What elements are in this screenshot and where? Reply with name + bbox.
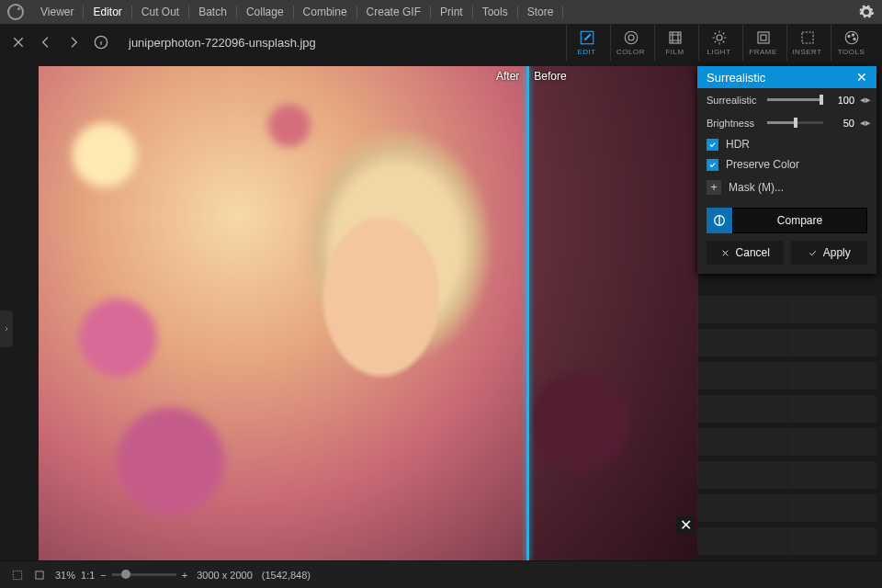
- zoom-percent: 31%: [55, 570, 75, 581]
- panel-title: Surrealistic: [707, 71, 765, 85]
- compare-button[interactable]: Compare: [732, 208, 867, 233]
- check-icon: [708, 161, 717, 169]
- menu-tools[interactable]: Tools: [473, 6, 518, 18]
- before-label: Before: [534, 70, 566, 83]
- filename-label: juniperphoton-722096-unsplash.jpg: [129, 36, 316, 50]
- x-icon: [720, 248, 730, 258]
- svg-rect-6: [758, 32, 769, 43]
- check-icon: [708, 141, 717, 149]
- close-icon[interactable]: [11, 35, 26, 50]
- svg-point-10: [847, 35, 849, 37]
- close-compare-icon[interactable]: ✕: [676, 516, 695, 535]
- checkbox-preserve-color-box[interactable]: [707, 159, 718, 171]
- chevron-right-icon: [3, 325, 10, 333]
- zoom-out-icon[interactable]: −: [100, 570, 106, 581]
- svg-point-3: [628, 35, 634, 40]
- menu-cut-out[interactable]: Cut Out: [132, 6, 189, 18]
- zoom-slider[interactable]: [112, 573, 176, 576]
- settings-gear-icon[interactable]: [858, 4, 875, 20]
- sun-icon: [711, 29, 728, 46]
- checkbox-hdr[interactable]: HDR: [697, 134, 876, 154]
- slider-brightness: Brightness 50 ◂▸: [697, 111, 876, 134]
- file-toolbar: juniperphoton-722096-unsplash.jpg EDIT C…: [0, 24, 882, 61]
- slider-surrealistic-stepper[interactable]: ◂▸: [860, 94, 867, 106]
- slider-surrealistic-value: 100: [829, 95, 854, 106]
- effect-panel: Surrealistic ✕ Surrealistic 100 ◂▸ Brigh…: [697, 66, 876, 274]
- menu-batch[interactable]: Batch: [189, 6, 237, 18]
- adjustments-ghost: [697, 290, 876, 560]
- add-mask-icon[interactable]: +: [707, 180, 721, 195]
- svg-rect-4: [670, 32, 681, 43]
- cancel-button-label: Cancel: [736, 246, 770, 259]
- svg-point-2: [625, 31, 638, 44]
- svg-rect-14: [13, 571, 21, 579]
- menu-store[interactable]: Store: [518, 6, 564, 18]
- menu-viewer[interactable]: Viewer: [31, 6, 84, 18]
- after-label: After: [496, 70, 519, 83]
- menu-print[interactable]: Print: [431, 6, 473, 18]
- checkbox-hdr-box[interactable]: [707, 139, 718, 151]
- compare-divider[interactable]: [526, 66, 529, 560]
- svg-rect-8: [802, 32, 813, 43]
- checkbox-hdr-label: HDR: [726, 138, 750, 151]
- image-canvas[interactable]: After Before ✕: [39, 66, 698, 560]
- tool-color[interactable]: COLOR: [610, 24, 650, 61]
- tool-film-label: FILM: [665, 48, 684, 56]
- checkbox-preserve-color[interactable]: Preserve Color: [697, 154, 876, 175]
- main-area: After Before ✕ Surrealistic ✕ Surrealist…: [0, 61, 882, 560]
- tool-edit-label: EDIT: [577, 48, 595, 56]
- mask-row[interactable]: + Mask (M)...: [697, 175, 876, 200]
- menu-combine[interactable]: Combine: [294, 6, 357, 18]
- color-ring-icon: [623, 29, 639, 46]
- tool-frame[interactable]: FRAME: [742, 24, 783, 61]
- apply-button[interactable]: Apply: [791, 241, 868, 265]
- svg-point-11: [852, 33, 854, 35]
- app-logo-icon: [7, 4, 24, 20]
- slider-brightness-value: 50: [829, 118, 854, 129]
- svg-rect-15: [36, 571, 43, 578]
- disabled-action-icons: [628, 566, 871, 584]
- before-overlay: [526, 66, 698, 560]
- slider-surrealistic: Surrealistic 100 ◂▸: [697, 88, 876, 111]
- zoom-in-icon[interactable]: +: [182, 570, 187, 581]
- tool-film[interactable]: FILM: [654, 24, 695, 61]
- tool-tools-label: TOOLS: [838, 48, 865, 56]
- tool-edit[interactable]: EDIT: [566, 24, 606, 61]
- tool-frame-label: FRAME: [749, 48, 777, 56]
- slider-surrealistic-label: Surrealistic: [707, 95, 762, 106]
- menu-create-gif[interactable]: Create GIF: [357, 6, 431, 18]
- slider-brightness-track[interactable]: [767, 121, 823, 124]
- insert-icon: [799, 29, 816, 46]
- panel-close-icon[interactable]: ✕: [856, 70, 867, 85]
- tool-light[interactable]: LIGHT: [698, 24, 739, 61]
- checkbox-preserve-color-label: Preserve Color: [726, 158, 799, 171]
- palette-icon: [843, 29, 860, 46]
- tool-insert-label: INSERT: [792, 48, 821, 56]
- zoom-ratio[interactable]: 1:1: [81, 570, 95, 581]
- cancel-button[interactable]: Cancel: [707, 241, 784, 265]
- panel-header: Surrealistic ✕: [697, 66, 876, 88]
- image-dimensions: 3000 x 2000: [197, 570, 253, 581]
- prev-icon[interactable]: [39, 35, 53, 50]
- slider-surrealistic-track[interactable]: [767, 98, 823, 101]
- compare-toggle-icon[interactable]: [707, 208, 732, 233]
- grid-icon[interactable]: [11, 569, 24, 582]
- slider-brightness-label: Brightness: [707, 118, 762, 129]
- film-icon: [667, 29, 684, 46]
- slider-brightness-stepper[interactable]: ◂▸: [860, 117, 867, 129]
- expand-left-handle[interactable]: [0, 311, 13, 347]
- menu-editor[interactable]: Editor: [84, 6, 131, 18]
- tool-tools[interactable]: TOOLS: [831, 24, 871, 61]
- svg-point-9: [845, 31, 858, 44]
- tool-color-label: COLOR: [616, 48, 645, 56]
- tool-insert[interactable]: INSERT: [786, 24, 827, 61]
- edit-box-icon: [579, 29, 595, 46]
- frame-icon: [755, 29, 772, 46]
- zoom-controls: 31% 1:1 − +: [55, 570, 187, 581]
- fit-icon[interactable]: [33, 569, 46, 582]
- next-icon[interactable]: [66, 35, 81, 50]
- status-bar: 31% 1:1 − + 3000 x 2000 (1542,848): [0, 560, 882, 588]
- menu-collage[interactable]: Collage: [237, 6, 294, 18]
- check-icon: [808, 248, 818, 258]
- info-icon[interactable]: [94, 35, 108, 50]
